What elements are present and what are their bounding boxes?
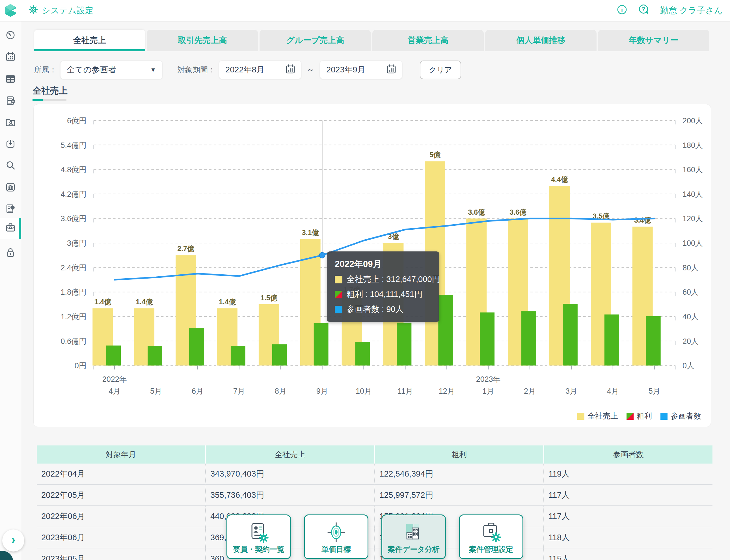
page-title-group: システム設定 [28, 0, 94, 21]
filter-bar: 所属： 全ての参画者 ▼ 対象期間： 2022年8月 ～ 2023年9月 [34, 60, 461, 80]
help-icon[interactable]: ? [638, 4, 649, 17]
period-from-value: 2022年8月 [225, 64, 265, 76]
briefcase-icon [4, 222, 17, 235]
tab-company-sales[interactable]: 全社売上 [34, 30, 145, 51]
svg-text:2.7億: 2.7億 [177, 245, 195, 253]
tooltip-participants-value: 参画者数 : 90人 [347, 304, 403, 315]
svg-text:140人: 140人 [682, 190, 703, 199]
col-header-month: 対象年月 [37, 445, 206, 464]
svg-text:0円: 0円 [75, 361, 87, 370]
svg-text:4月: 4月 [607, 387, 619, 395]
svg-text:4.4億: 4.4億 [551, 175, 568, 183]
clock-icon [5, 29, 16, 42]
tooltip-row: 粗利 : 104,111,451円 [335, 289, 431, 300]
svg-text:8月: 8月 [275, 387, 287, 395]
download-tray-icon [5, 138, 16, 151]
sidebar-item-security[interactable] [0, 243, 21, 264]
header-actions: i ? 勤怠 クラ子さん [617, 0, 723, 21]
svg-text:2.4億円: 2.4億円 [61, 264, 86, 272]
gross-profit-chip [626, 413, 634, 420]
sidebar-item-analytics[interactable] [0, 177, 21, 198]
id-card-gear-icon [248, 520, 270, 546]
document-add-icon [5, 95, 16, 108]
svg-text:6億円: 6億円 [67, 117, 87, 125]
svg-text:11月: 11月 [397, 387, 413, 395]
app-root: システム設定 i ? 勤怠 クラ子さん [0, 0, 730, 560]
tab-group-sales[interactable]: グループ売上高 [260, 30, 371, 51]
tooltip-sales-value: 全社売上 : 312,647,000円 [347, 274, 440, 285]
svg-text:100人: 100人 [682, 239, 703, 247]
svg-text:5月: 5月 [150, 387, 162, 395]
sidebar-item-members-folder[interactable] [0, 113, 21, 133]
chart-card: 6億円200人5.4億円180人4.8億円160人4.2億円140人3.6億円1… [33, 104, 711, 427]
svg-text:5億: 5億 [429, 151, 441, 159]
svg-text:1.8億円: 1.8億円 [61, 288, 86, 296]
sidebar-item-table[interactable] [0, 69, 21, 90]
svg-text:4.8億円: 4.8億円 [61, 165, 86, 174]
table-row: 2022年05月355,736,403円125,997,572円117人 [37, 485, 712, 506]
user-name[interactable]: 勤怠 クラ子さん [660, 5, 723, 16]
lock-icon [5, 247, 16, 260]
sidebar-item-document-add[interactable] [0, 91, 21, 112]
svg-text:1.4億: 1.4億 [94, 298, 111, 306]
col-header-sales: 全社売上 [206, 445, 375, 464]
svg-text:1.2億円: 1.2億円 [61, 313, 86, 321]
section-title: 全社売上 [33, 85, 68, 97]
period-to-value: 2023年9月 [326, 64, 365, 76]
tooltip-row: 全社売上 : 312,647,000円 [335, 274, 431, 285]
col-header-gross: 粗利 [375, 445, 544, 464]
sidebar-expand-button[interactable]: › [2, 529, 24, 552]
svg-text:6月: 6月 [192, 387, 204, 395]
unit-price-target-button[interactable]: 単価目標 [304, 514, 368, 559]
tooltip-gross-value: 粗利 : 104,111,451円 [347, 289, 422, 300]
svg-text:160人: 160人 [682, 165, 703, 174]
sidebar-item-import[interactable] [0, 134, 21, 155]
period-to-input[interactable]: 2023年9月 [320, 61, 402, 79]
section-title-underline [33, 99, 66, 101]
project-management-settings-button[interactable]: 案件管理設定 [459, 514, 523, 559]
col-header-participants: 参画者数 [544, 445, 712, 464]
svg-text:0人: 0人 [682, 361, 694, 370]
svg-text:80人: 80人 [682, 264, 699, 272]
sidebar-item-invoice[interactable]: ¥ [0, 199, 21, 220]
sidebar-item-history[interactable] [0, 25, 21, 46]
svg-text:40人: 40人 [682, 313, 699, 321]
tab-client-sales[interactable]: 取引先売上高 [147, 30, 258, 51]
svg-text:7月: 7月 [233, 387, 245, 395]
tab-yearly-summary[interactable]: 年数サマリー [598, 30, 709, 51]
period-from-input[interactable]: 2022年8月 [219, 61, 302, 79]
calendar-icon [5, 51, 16, 64]
svg-text:3.1億: 3.1億 [302, 229, 319, 236]
svg-text:20人: 20人 [682, 337, 699, 346]
tooltip-title: 2022年09月 [335, 258, 431, 270]
clear-button[interactable]: クリア [420, 61, 461, 79]
svg-text:2022年: 2022年 [102, 375, 127, 384]
svg-text:10月: 10月 [356, 387, 372, 395]
chevron-right-icon: › [11, 532, 15, 547]
legend-item-sales: 全社売上 [577, 411, 618, 421]
svg-text:0.6億円: 0.6億円 [61, 337, 86, 346]
sidebar-item-projects-active[interactable] [0, 218, 21, 239]
sidebar: ¥ [0, 21, 21, 560]
tab-sales-rep[interactable]: 営業売上高 [372, 30, 484, 51]
info-icon[interactable]: i [617, 4, 627, 17]
tooltip-row: 参画者数 : 90人 [335, 304, 431, 315]
staff-contract-list-button[interactable]: 要員・契約一覧 [227, 514, 291, 559]
header-divider [21, 0, 21, 21]
active-indicator [19, 218, 21, 239]
sidebar-item-calendar[interactable] [0, 47, 21, 68]
svg-text:2023年: 2023年 [476, 375, 501, 384]
sidebar-item-search[interactable] [0, 156, 21, 176]
calendar-picker-icon [285, 63, 296, 77]
svg-text:5.4億円: 5.4億円 [61, 141, 86, 150]
gear-icon [28, 5, 38, 17]
period-label: 対象期間： [177, 65, 216, 75]
project-data-analysis-button[interactable]: 案件データ分析 [381, 514, 446, 559]
app-logo-icon[interactable] [3, 3, 18, 18]
tab-unit-price-trend[interactable]: 個人単価推移 [485, 30, 596, 51]
affiliation-value: 全ての参画者 [67, 64, 116, 76]
period-separator: ～ [307, 64, 315, 76]
svg-text:?: ? [641, 6, 645, 13]
table-icon [5, 73, 16, 86]
affiliation-dropdown[interactable]: 全ての参画者 ▼ [60, 61, 163, 79]
